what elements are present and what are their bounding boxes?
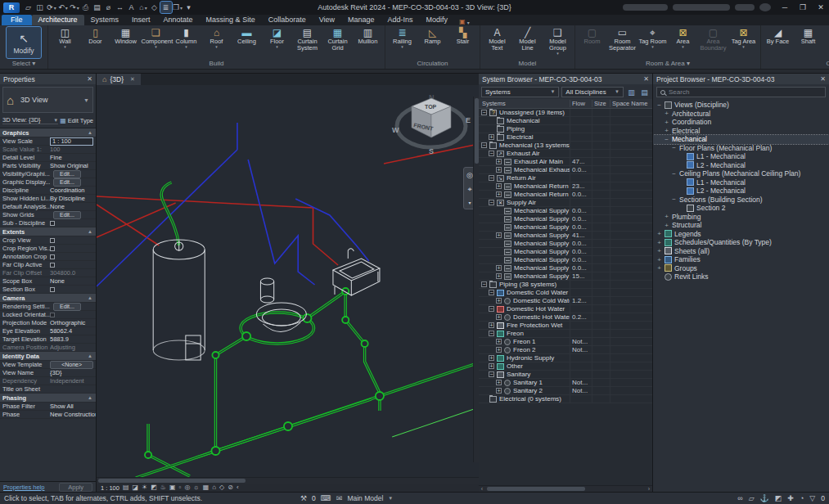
reveal-constraints-icon[interactable]: ⊘: [228, 484, 233, 492]
property-row[interactable]: Graphic Display... Edit...: [0, 178, 96, 187]
crop-view-icon[interactable]: ▣: [169, 484, 176, 492]
select-links-icon[interactable]: ∞: [737, 494, 742, 502]
system-browser-row[interactable]: Hydronic Supply: [479, 354, 652, 362]
project-browser-row[interactable]: Section 2: [653, 204, 829, 213]
tree-expander[interactable]: [496, 265, 502, 271]
property-value[interactable]: Edit...: [53, 211, 81, 219]
navbar-caret-icon[interactable]: ▾: [468, 200, 471, 205]
system-browser-row[interactable]: Exhaust Air: [479, 150, 652, 158]
project-browser-row[interactable]: Sheets (all): [653, 247, 829, 256]
project-browser-row[interactable]: Electrical: [653, 127, 829, 136]
tree-expander[interactable]: [496, 314, 502, 320]
tree-expander[interactable]: [489, 118, 494, 124]
wall-button[interactable]: ◫ Wall ▾: [50, 26, 80, 60]
property-value[interactable]: <None>: [50, 361, 93, 369]
system-browser-row[interactable]: Mechanical Supply Air 6 0.0...: [479, 248, 652, 256]
curtain-grid-button[interactable]: ▦ Curtain Grid: [322, 26, 353, 60]
property-value[interactable]: Fine: [50, 154, 62, 161]
tab-massing-site[interactable]: Massing & Site: [200, 15, 262, 25]
editing-requests-icon[interactable]: ✉: [336, 494, 343, 502]
property-row[interactable]: Phase New Construction: [0, 411, 96, 419]
system-browser-row[interactable]: Electrical: [479, 133, 652, 142]
system-browser-row[interactable]: Mechanical Exhaust Air 4 0.0...: [479, 166, 652, 174]
tree-expander[interactable]: [489, 331, 494, 336]
undo-icon[interactable]: ↶▾: [57, 2, 69, 13]
component-button[interactable]: ❏ Component ▾: [141, 26, 171, 60]
property-row[interactable]: Crop Region Vis...: [0, 245, 96, 253]
property-row[interactable]: Parts Visibility Show Original: [0, 162, 96, 170]
tree-expander[interactable]: [496, 191, 502, 197]
marked-document-icon[interactable]: ▤: [92, 2, 103, 13]
project-browser-row[interactable]: L2 - Mechanical: [653, 161, 829, 170]
record-caret-icon[interactable]: ▾: [467, 20, 470, 25]
property-row[interactable]: Rendering Setti... Edit...: [0, 303, 96, 311]
print-icon[interactable]: ⎙: [80, 2, 92, 13]
property-row[interactable]: Target Elevation 5883.9: [0, 335, 96, 344]
background-processes-icon[interactable]: ◔: [800, 494, 804, 502]
property-row[interactable]: Title on Sheet: [0, 385, 96, 394]
tab-modify[interactable]: Modify: [420, 15, 455, 25]
system-browser-row[interactable]: Mechanical Supply Air 1 0.0...: [479, 207, 652, 215]
customize-qat-icon[interactable]: ▾: [183, 2, 195, 13]
property-checkbox[interactable]: [50, 246, 55, 251]
project-browser-row[interactable]: Revit Links: [653, 272, 829, 281]
tree-expander[interactable]: [481, 281, 487, 287]
property-row[interactable]: Projection Mode Orthographic: [0, 319, 96, 327]
text-icon[interactable]: A: [126, 2, 137, 13]
tree-expander[interactable]: [496, 183, 502, 189]
project-browser-row[interactable]: Families: [653, 255, 829, 264]
column-settings-icon[interactable]: ▤: [639, 87, 650, 97]
property-row[interactable]: View Template <None>: [0, 361, 96, 369]
section-pin-icon[interactable]: [88, 295, 92, 300]
system-browser-row[interactable]: Mechanical Return Air 2 0.0...: [479, 191, 652, 199]
tab-systems[interactable]: Systems: [84, 15, 126, 25]
select-by-face-icon[interactable]: ◩: [775, 494, 782, 502]
ceiling-button[interactable]: ▬ Ceiling: [232, 26, 262, 60]
tree-expander[interactable]: [664, 223, 669, 228]
tag-area-button[interactable]: ⊠ Tag Area ▾: [728, 26, 759, 60]
property-value[interactable]: None: [50, 277, 65, 285]
property-row[interactable]: Phase Filter Show All: [0, 403, 96, 411]
system-browser-header[interactable]: System Browser - MEP-CO-3D-004-03 ✕: [479, 74, 652, 84]
railing-button[interactable]: ≣ Railing ▾: [387, 26, 417, 60]
property-value[interactable]: 5883.9: [50, 335, 69, 343]
tab-collaborate[interactable]: Collaborate: [262, 15, 313, 25]
sun-path-icon[interactable]: ☀: [142, 484, 147, 492]
system-browser-row[interactable]: Supply Air: [479, 199, 652, 207]
autofit-columns-icon[interactable]: ▥: [626, 87, 637, 97]
minimize-button[interactable]: ─: [780, 3, 790, 11]
close-button[interactable]: ✕: [816, 3, 826, 11]
system-browser-row[interactable]: Domestic Cold Water: [479, 289, 652, 297]
system-browser-row[interactable]: Piping: [479, 125, 652, 133]
tree-expander[interactable]: [489, 200, 494, 205]
shadows-icon[interactable]: ◩: [151, 484, 157, 492]
scroll-right-icon[interactable]: ›: [646, 486, 652, 492]
stair-button[interactable]: ▚ Stair: [448, 26, 478, 60]
property-value[interactable]: Independent: [50, 377, 84, 385]
tree-expander[interactable]: [496, 380, 502, 385]
steering-wheel-icon[interactable]: ◎: [466, 171, 473, 179]
property-row[interactable]: Annotation Crop: [0, 253, 96, 261]
property-value[interactable]: Edit...: [53, 303, 81, 311]
system-browser-row[interactable]: Return Air: [479, 174, 652, 182]
property-value[interactable]: None: [50, 203, 65, 210]
property-row[interactable]: Section Box: [0, 286, 96, 294]
system-browser-row[interactable]: Freon 1 Not...: [479, 338, 652, 346]
scale-button[interactable]: 1 : 100: [101, 484, 119, 492]
detail-level-icon[interactable]: ▤: [123, 484, 129, 492]
tree-expander[interactable]: [496, 339, 502, 344]
tree-expander[interactable]: [496, 241, 502, 246]
property-row[interactable]: View Name {3D}: [0, 369, 96, 377]
panel-label[interactable]: Select ▾: [0, 60, 47, 69]
project-browser-header[interactable]: Project Browser - MEP-CO-3D-004-03 ✕: [653, 74, 829, 84]
discipline-dropdown[interactable]: All Disciplines ▼: [561, 87, 624, 97]
systems-view-dropdown[interactable]: Systems ▼: [481, 87, 559, 97]
viewcube-south[interactable]: S: [429, 147, 434, 155]
system-browser-row[interactable]: Mechanical Supply Air 5 0.0...: [479, 240, 652, 248]
system-browser-row[interactable]: Sanitary: [479, 371, 652, 379]
mullion-button[interactable]: ▥ Mullion: [353, 26, 383, 60]
zoom-icon[interactable]: ⌖: [467, 185, 471, 194]
select-pinned-icon[interactable]: ⚓: [760, 494, 769, 502]
ramp-button[interactable]: ◺ Ramp: [417, 26, 448, 60]
property-row[interactable]: Default Analysis... None: [0, 203, 96, 211]
